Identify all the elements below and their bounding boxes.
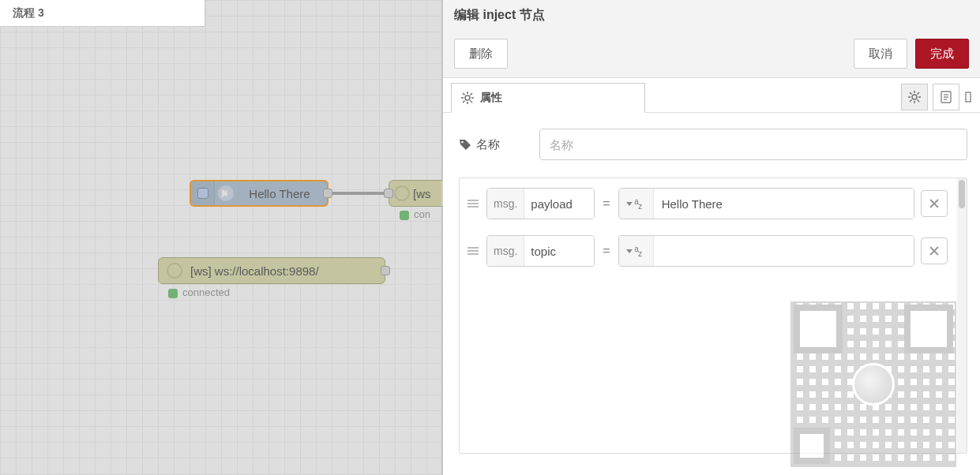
node-output-port[interactable] [381,266,390,275]
value-type-selector[interactable]: a z [619,236,654,266]
wire [329,192,390,195]
gear-icon [461,92,474,104]
node-settings-button[interactable] [901,84,928,110]
gear-icon [908,91,921,103]
msg-value-input[interactable] [654,189,914,219]
done-button[interactable]: 完成 [915,39,969,69]
close-icon [929,199,939,208]
msg-value-field[interactable]: a z [618,188,914,219]
name-row: 名称 [459,129,967,160]
svg-line-17 [918,92,920,95]
flow-tab-label: 流程 3 [13,6,44,21]
globe-icon [394,185,410,201]
msg-value-input[interactable] [654,236,914,266]
cancel-button[interactable]: 取消 [854,39,907,69]
node-output-port[interactable] [323,189,332,198]
svg-line-5 [463,93,465,95]
equals-label: = [601,196,611,211]
msg-prefix-label: msg. [487,189,524,219]
msg-prefix-label: msg. [487,236,524,266]
svg-point-23 [461,141,464,144]
msg-key-input[interactable] [524,189,594,219]
appearance-icon [965,91,973,103]
svg-line-15 [918,100,920,103]
property-row: msg. = a z [466,188,965,219]
value-type-selector[interactable]: a z [619,189,654,219]
msg-value-field[interactable]: a z [618,235,914,267]
document-icon [941,91,952,103]
ws-in-node-label: [ws] ws://localhost:9898/ [190,264,319,278]
ws-out-node-label: [ws [413,187,431,200]
svg-point-0 [465,95,470,100]
msg-key-input[interactable] [524,236,594,266]
node-description-button[interactable] [933,84,959,110]
node-inject[interactable]: Hello There [190,180,329,207]
name-label: 名称 [476,137,500,152]
scrollbar-thumb[interactable] [959,180,965,208]
status-dot [400,211,409,220]
svg-rect-22 [966,92,971,102]
delete-row-button[interactable] [921,190,948,217]
inject-trigger-button[interactable] [191,181,215,205]
status-text: con [414,208,430,220]
msg-key-field[interactable]: msg. [486,188,595,219]
status-dot [168,289,178,298]
equals-label: = [601,244,611,258]
edit-tabs: 属性 [443,78,980,113]
msg-key-field[interactable]: msg. [486,235,595,267]
caret-down-icon [626,202,633,206]
close-icon [929,246,939,256]
flow-canvas[interactable]: 流程 3 Hello There [ws con [ws] ws://local… [0,0,442,475]
panel-header: 编辑 inject 节点 删除 取消 完成 [443,0,980,78]
node-input-port[interactable] [384,189,393,198]
name-input[interactable] [539,129,967,160]
property-list: msg. = a z [459,178,967,454]
node-websocket-in[interactable]: [ws] ws://localhost:9898/ [158,257,385,284]
form-area: 名称 msg. = a [443,113,980,475]
svg-line-6 [471,101,473,103]
delete-row-button[interactable] [921,238,948,264]
delete-button[interactable]: 删除 [454,39,508,69]
svg-point-9 [912,95,917,99]
svg-line-8 [471,93,473,95]
flow-tab[interactable]: 流程 3 [0,0,205,27]
caret-down-icon [626,249,633,253]
globe-icon [167,263,182,279]
svg-line-16 [910,100,912,103]
status-text: connected [182,286,230,298]
inject-node-label: Hello There [238,187,327,200]
scrollbar[interactable] [957,178,967,453]
tab-properties-label: 属性 [480,91,502,105]
edit-node-panel: 编辑 inject 节点 删除 取消 完成 属性 [442,0,980,475]
drag-handle-icon[interactable] [466,247,480,255]
property-row: msg. = a z [466,235,965,267]
node-appearance-button[interactable] [964,84,974,110]
svg-line-14 [910,92,912,95]
inject-arrow-icon [218,185,234,201]
drag-handle-icon[interactable] [466,200,480,208]
tag-icon [459,138,471,151]
tab-properties[interactable]: 属性 [451,83,645,113]
panel-title: 编辑 inject 节点 [454,0,969,30]
svg-line-7 [463,101,465,103]
